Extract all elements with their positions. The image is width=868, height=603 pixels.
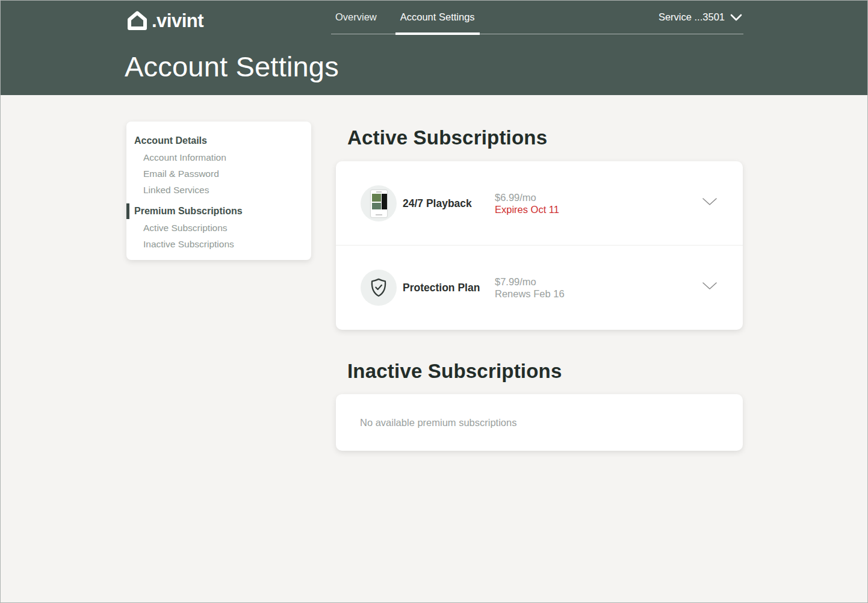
sidebar-item-email-password[interactable]: Email & Password (126, 165, 311, 182)
sidebar-section-account-details-label: Account Details (134, 135, 207, 146)
sidebar-section-premium-subscriptions[interactable]: Premium Subscriptions (126, 203, 311, 220)
app-header: .vivint Overview Account Settings Servic… (1, 1, 868, 95)
subscription-row-247-playback[interactable]: 24/7 Playback $6.99/mo Expires Oct 11 (336, 161, 743, 246)
tab-account-settings[interactable]: Account Settings (396, 1, 479, 34)
sidebar-gap (126, 198, 311, 203)
subscription-name: 24/7 Playback (403, 161, 472, 246)
active-subscriptions-heading: Active Subscriptions (347, 126, 547, 149)
subscription-price: $7.99/mo (495, 276, 565, 288)
sidebar-section-account-details[interactable]: Account Details (126, 132, 311, 149)
active-section-indicator (126, 203, 129, 219)
service-account-selector[interactable]: Service ...3501 (659, 1, 743, 34)
header-nav: Overview Account Settings Service ...350… (331, 1, 743, 34)
page-title: Account Settings (125, 50, 339, 83)
sidebar-section-premium-subscriptions-label: Premium Subscriptions (134, 206, 243, 217)
vivint-logo[interactable]: .vivint (125, 9, 203, 32)
subscription-status: Renews Feb 16 (495, 288, 565, 300)
inactive-subscriptions-card: No available premium subscriptions (336, 394, 743, 451)
empty-state-message: No available premium subscriptions (360, 417, 516, 428)
vivint-house-icon (125, 10, 149, 31)
service-account-label: Service ...3501 (659, 11, 725, 23)
tab-overview[interactable]: Overview (331, 1, 381, 34)
chevron-down-icon[interactable] (702, 197, 718, 206)
active-subscriptions-card: 24/7 Playback $6.99/mo Expires Oct 11 Pr… (336, 161, 743, 330)
playback-phone-preview (371, 190, 387, 217)
sidebar-item-linked-services[interactable]: Linked Services (126, 182, 311, 198)
subscription-pricing: $7.99/mo Renews Feb 16 (495, 276, 565, 300)
subscription-pricing: $6.99/mo Expires Oct 11 (495, 191, 559, 215)
inactive-subscriptions-heading: Inactive Subscriptions (347, 360, 562, 383)
subscription-price: $6.99/mo (495, 191, 559, 203)
subscription-status: Expires Oct 11 (495, 203, 559, 215)
settings-sidebar: Account Details Account Information Emai… (126, 122, 311, 260)
subscription-row-protection-plan[interactable]: Protection Plan $7.99/mo Renews Feb 16 (336, 246, 743, 330)
sidebar-item-inactive-subscriptions[interactable]: Inactive Subscriptions (126, 236, 311, 252)
vivint-logo-text: .vivint (152, 11, 203, 30)
sidebar-item-active-subscriptions[interactable]: Active Subscriptions (126, 220, 311, 236)
playback-thumbnail-icon (361, 185, 397, 221)
sidebar-item-account-information[interactable]: Account Information (126, 149, 311, 165)
shield-check-icon (361, 270, 397, 306)
chevron-down-icon[interactable] (702, 282, 718, 291)
subscription-name: Protection Plan (403, 246, 480, 330)
chevron-down-icon (730, 14, 742, 21)
